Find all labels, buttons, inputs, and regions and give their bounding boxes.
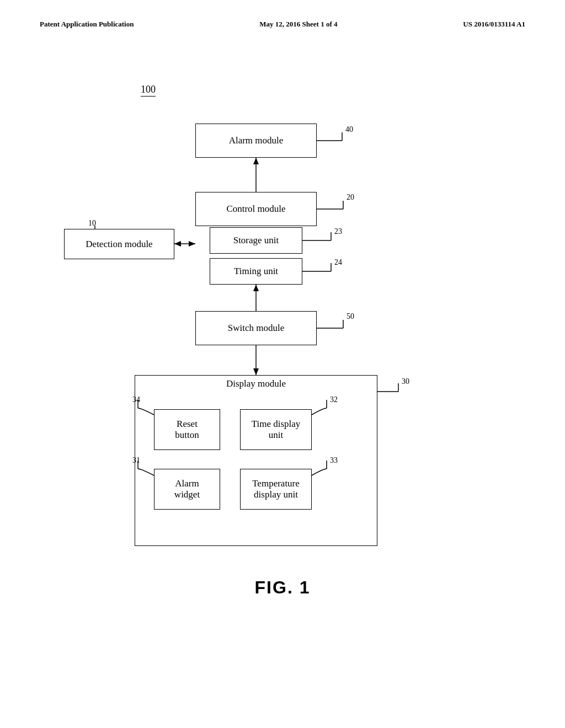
ref-10: 10 (88, 219, 96, 228)
switch-module-label: Switch module (228, 323, 284, 334)
detection-module-label: Detection module (86, 239, 152, 250)
storage-unit-label: Storage unit (233, 235, 279, 246)
alarm-module-box: Alarm module (195, 124, 317, 158)
time-display-unit-box: Time display unit (240, 409, 312, 450)
control-module-box: Control module (195, 192, 317, 226)
header-right: US 2016/0133114 A1 (463, 20, 525, 29)
svg-marker-8 (174, 241, 181, 247)
ref-33: 33 (330, 456, 338, 465)
svg-marker-7 (189, 241, 195, 247)
detection-module-box: Detection module (64, 229, 174, 259)
alarm-widget-label: Alarm widget (174, 478, 200, 500)
temperature-display-unit-label: Temperature display unit (252, 478, 300, 500)
ref-20: 20 (347, 193, 354, 202)
alarm-module-label: Alarm module (229, 135, 284, 146)
ref-32: 32 (330, 395, 338, 404)
header-left: Patent Application Publication (40, 20, 134, 29)
ref-24: 24 (334, 258, 342, 267)
ref-30: 30 (402, 377, 409, 386)
svg-marker-1 (253, 158, 259, 164)
figure-label: FIG. 1 (255, 577, 311, 598)
timing-unit-label: Timing unit (234, 266, 278, 277)
ref-34: 34 (132, 395, 140, 404)
header-center: May 12, 2016 Sheet 1 of 4 (259, 20, 337, 29)
control-module-label: Control module (226, 204, 285, 215)
ref-23: 23 (334, 227, 342, 236)
diagram-main-label: 100 (141, 84, 156, 97)
time-display-unit-label: Time display unit (252, 419, 301, 441)
timing-unit-box: Timing unit (210, 258, 302, 285)
diagram-area: 100 (0, 40, 565, 646)
svg-marker-3 (253, 285, 259, 291)
page-header: Patent Application Publication May 12, 2… (0, 0, 565, 29)
temperature-display-unit-box: Temperature display unit (240, 469, 312, 510)
reset-button-box: Reset button (154, 409, 220, 450)
reset-button-label: Reset button (175, 419, 199, 441)
display-module-outer-box (135, 375, 377, 546)
alarm-widget-box: Alarm widget (154, 469, 220, 510)
ref-31: 31 (132, 456, 140, 465)
switch-module-box: Switch module (195, 311, 317, 345)
ref-50: 50 (347, 312, 354, 321)
storage-unit-box: Storage unit (210, 227, 302, 254)
ref-40: 40 (345, 125, 353, 134)
svg-marker-5 (253, 368, 259, 375)
